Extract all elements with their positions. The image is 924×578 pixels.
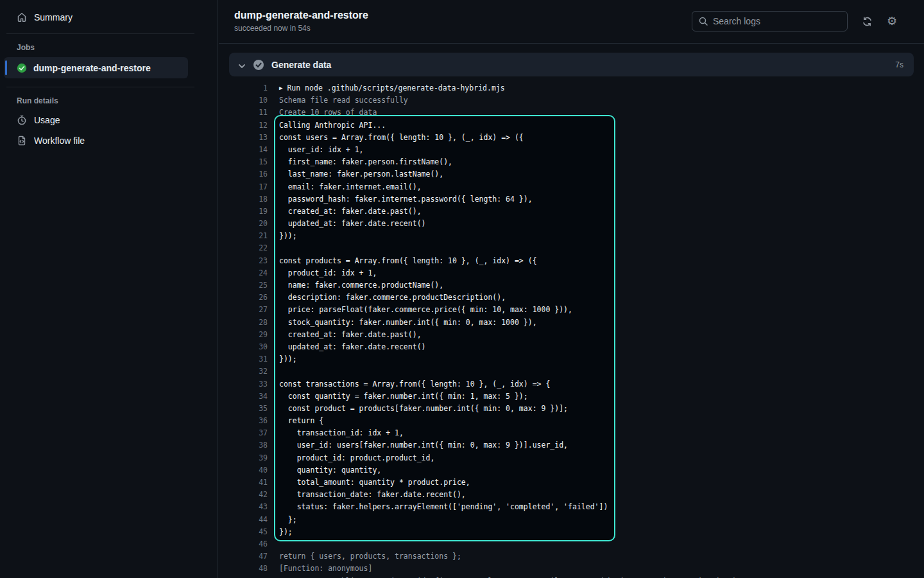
log-line: 40 quantity: quantity, [229, 464, 914, 477]
log-line-number: 31 [229, 353, 268, 365]
log-line-number: 22 [229, 242, 268, 254]
log-line: 1▶Run node .github/scripts/generate-data… [229, 82, 914, 94]
success-check-icon [17, 63, 27, 73]
log-line-number: 49 [229, 575, 268, 578]
log-line-text: const product = products[faker.number.in… [268, 403, 568, 415]
log-line-text: [Function: anonymous] [268, 563, 372, 575]
log-line-text: const products = Array.from({ length: 10… [268, 255, 537, 267]
log-line: 22 [229, 242, 914, 254]
log-line: 20 updated_at: faker.date.recent() [229, 218, 914, 230]
main-content: dump-generate-and-restore succeeded now … [219, 0, 924, 578]
log-line-number: 28 [229, 317, 268, 329]
sidebar-divider [6, 33, 194, 34]
log-line-text: password_hash: faker.internet.password({… [268, 193, 533, 206]
log-line: 34 const quantity = faker.number.int({ m… [229, 390, 914, 403]
log-line: 14 user_id: idx + 1, [229, 144, 914, 156]
log-line: 33const transactions = Array.from({ leng… [229, 378, 914, 390]
log-line-number: 15 [229, 156, 268, 168]
log-line-number: 47 [229, 550, 268, 563]
log-line-number: 29 [229, 329, 268, 341]
log-line: 18 password_hash: faker.internet.passwor… [229, 193, 914, 206]
log-line-number: 17 [229, 181, 268, 193]
log-line-number: 23 [229, 255, 268, 267]
log-line: 44 }; [229, 514, 914, 526]
log-line: 32 [229, 365, 914, 378]
sidebar-item-summary[interactable]: Summary [6, 8, 211, 27]
refresh-icon[interactable] [861, 15, 873, 27]
log-line: 48[Function: anonymous] [229, 563, 914, 575]
log-line: 16 last_name: faker.person.lastName(), [229, 168, 914, 180]
log-line-text: total_amount: quantity * product.price, [268, 477, 470, 489]
log-line-number: 12 [229, 119, 268, 132]
step-header-generate-data[interactable]: Generate data 7s [229, 53, 914, 76]
log-line-number: 10 [229, 94, 268, 107]
step-name: Generate data [271, 60, 331, 70]
log-line-number: 33 [229, 378, 268, 390]
log-line: 35 const product = products[faker.number… [229, 403, 914, 415]
log-line-number: 20 [229, 218, 268, 230]
sidebar-job-dump-generate-and-restore[interactable]: dump-generate-and-restore [4, 57, 188, 78]
log-line: 45}); [229, 526, 914, 538]
log-line: 47return { users, products, transactions… [229, 550, 914, 563]
expand-group-icon[interactable]: ▶ [279, 85, 282, 91]
log-line-text: updated_at: faker.date.recent() [268, 341, 425, 353]
log-line-text: first_name: faker.person.firstName(), [268, 156, 452, 168]
log-line-text: Calling Anthropic API... [268, 119, 386, 132]
log-line-text: price: parseFloat(faker.commerce.price({… [268, 304, 572, 316]
log-line: 29 created_at: faker.date.past(), [229, 329, 914, 341]
sidebar-item-usage[interactable]: Usage [6, 110, 211, 130]
log-line-number: 36 [229, 415, 268, 427]
chevron-down-icon[interactable] [238, 61, 246, 69]
log-line-number: 18 [229, 193, 268, 206]
log-line-number: 41 [229, 477, 268, 489]
log-line: 21})); [229, 230, 914, 242]
log-line: 39 product_id: product.product_id, [229, 452, 914, 464]
gear-icon[interactable]: ⚙ [886, 15, 898, 27]
log-line-number: 19 [229, 206, 268, 218]
log-line-text: return { [268, 415, 323, 427]
log-line-number: 16 [229, 168, 268, 180]
log-line-number: 30 [229, 341, 268, 353]
log-line-number: 27 [229, 304, 268, 316]
search-logs-input[interactable] [692, 11, 848, 31]
usage-label: Usage [34, 115, 60, 125]
log-line: 49INSERT INTO public.users (user_id, fir… [229, 575, 914, 578]
log-line: 23const products = Array.from({ length: … [229, 255, 914, 267]
job-name: dump-generate-and-restore [33, 63, 151, 73]
log-line-number: 44 [229, 514, 268, 526]
workflow-file-label: Workflow file [34, 136, 85, 146]
log-line-number: 32 [229, 365, 268, 378]
sidebar-item-workflow-file[interactable]: Workflow file [6, 131, 211, 150]
log-line-text: Create 10 rows of data [268, 107, 377, 119]
jobs-section-label: Jobs [17, 43, 218, 52]
log-line-text [268, 538, 279, 550]
log-line: 28 stock_quantity: faker.number.int({ mi… [229, 317, 914, 329]
log-line-number: 35 [229, 403, 268, 415]
log-line: 31})); [229, 353, 914, 365]
log-line-number: 48 [229, 563, 268, 575]
log-line-text: }; [268, 514, 297, 526]
log-line-text: INSERT INTO public.users (user_id, first… [268, 575, 768, 578]
log-line: 37 transaction_id: idx + 1, [229, 427, 914, 439]
log-line-text: description: faker.commerce.productDescr… [268, 292, 506, 304]
log-line-text: transaction_date: faker.date.recent(), [268, 489, 466, 501]
log-line-text: }); [268, 526, 293, 538]
log-line: 36 return { [229, 415, 914, 427]
log-lines[interactable]: 1▶Run node .github/scripts/generate-data… [229, 76, 914, 578]
log-line-text: })); [268, 230, 297, 242]
log-line-number: 13 [229, 132, 268, 144]
log-line-text: name: faker.commerce.productName(), [268, 279, 443, 292]
log-line-text: Schema file read successfully [268, 94, 408, 107]
log-line-text: const transactions = Array.from({ length… [268, 378, 550, 390]
log-line-text [268, 365, 279, 378]
log-line-text: user_id: users[faker.number.int({ min: 0… [268, 439, 568, 451]
header-actions: ⚙ [692, 11, 898, 31]
log-line-text: email: faker.internet.email(), [268, 181, 422, 193]
log-line-text: })); [268, 353, 297, 365]
file-code-icon [17, 136, 27, 146]
log-line-text: const quantity = faker.number.int({ min:… [268, 390, 528, 403]
log-line: 17 email: faker.internet.email(), [229, 181, 914, 193]
log-line: 43 status: faker.helpers.arrayElement(['… [229, 501, 914, 513]
sidebar: Summary Jobs dump-generate-and-restore R… [0, 0, 218, 578]
log-line: 30 updated_at: faker.date.recent() [229, 341, 914, 353]
